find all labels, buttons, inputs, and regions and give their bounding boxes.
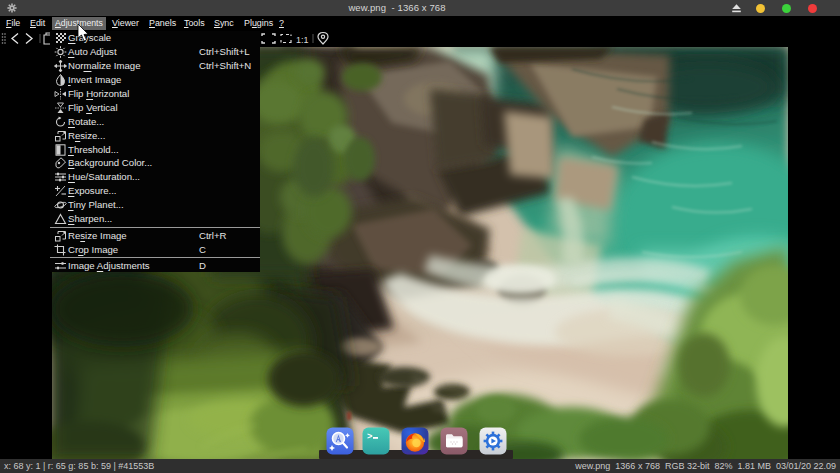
svg-text:>: >: [367, 432, 372, 442]
svg-text:1:1: 1:1: [296, 35, 309, 45]
